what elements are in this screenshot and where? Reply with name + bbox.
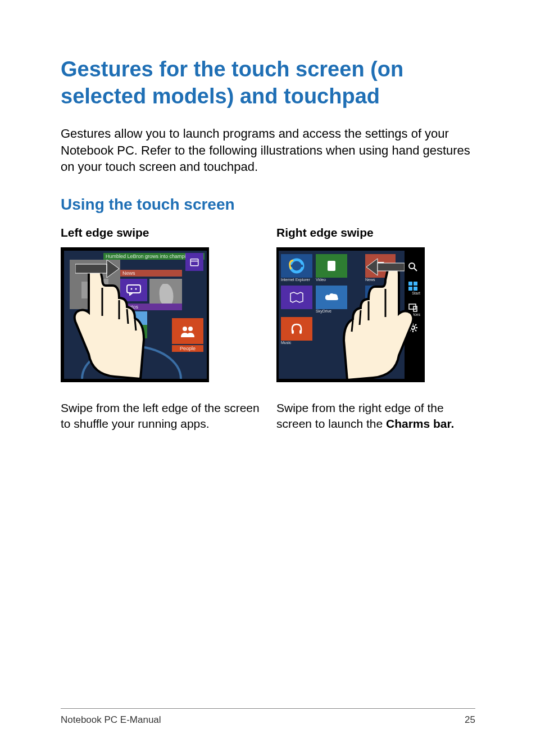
swipe-right-arrow-icon — [75, 259, 120, 279]
skydrive-label: SkyDrive — [316, 309, 331, 313]
svg-rect-18 — [328, 261, 335, 271]
svg-point-13 — [183, 327, 187, 331]
svg-rect-25 — [292, 330, 294, 334]
video-label: Video — [316, 278, 326, 282]
right-swipe-description: Swipe from the right edge of the screen … — [276, 400, 475, 432]
left-column: Left edge swipe Humbled LeBron grows int… — [61, 226, 260, 432]
ie-tile — [281, 254, 312, 278]
svg-rect-26 — [299, 330, 302, 334]
charms-bar-label: Charms bar. — [386, 417, 454, 430]
ie-label: Internet Explorer — [281, 278, 310, 282]
music-tile — [281, 317, 312, 341]
people-label: People — [180, 346, 196, 351]
svg-point-14 — [188, 327, 193, 331]
hand-pointer-icon — [336, 262, 425, 382]
swipe-left-arrow-icon — [365, 257, 405, 277]
page-title: Gestures for the touch screen (on select… — [61, 56, 475, 110]
intro-paragraph: Gestures allow you to launch programs an… — [61, 125, 475, 175]
headphones-icon — [290, 322, 303, 336]
right-swipe-label: Right edge swipe — [276, 226, 475, 239]
svg-rect-46 — [378, 263, 405, 271]
maps-icon — [289, 291, 304, 304]
left-swipe-label: Left edge swipe — [61, 226, 260, 239]
section-heading: Using the touch screen — [61, 196, 475, 214]
right-swipe-illustration: Internet Explorer Video News — [276, 247, 425, 382]
maps-tile — [281, 286, 312, 309]
left-swipe-illustration: Humbled LeBron grows into champion News — [61, 247, 209, 382]
people-icon — [179, 325, 196, 337]
svg-rect-0 — [190, 259, 198, 266]
calendar-icon — [189, 257, 199, 267]
people-tile — [172, 318, 203, 344]
page-number: 25 — [465, 714, 475, 726]
hand-pointer-icon — [61, 261, 152, 382]
footer-title: Notebook PC E-Manual — [61, 714, 161, 726]
calendar-tile — [185, 253, 203, 271]
right-column: Right edge swipe Internet Explorer Video — [276, 226, 475, 432]
page-footer: Notebook PC E-Manual 25 — [61, 708, 475, 726]
left-swipe-description: Swipe from the left edge of the screen t… — [61, 400, 260, 432]
svg-rect-15 — [75, 264, 107, 273]
music-label: Music — [281, 341, 291, 345]
ie-icon — [289, 258, 305, 274]
